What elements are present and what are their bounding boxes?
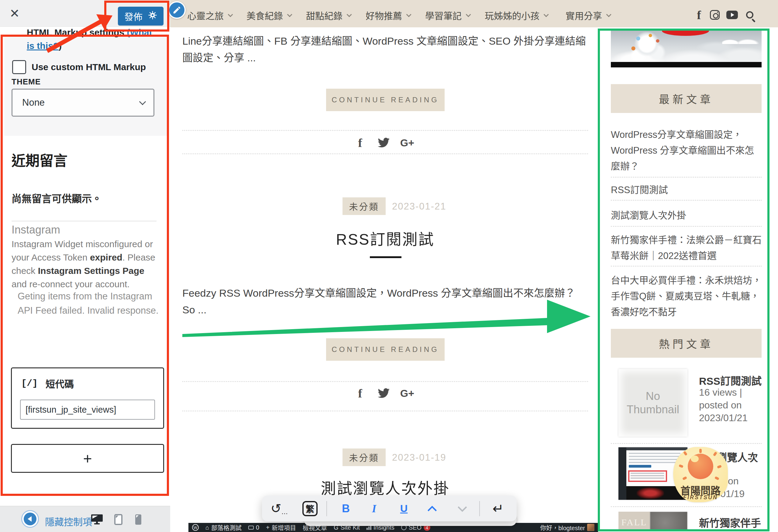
latest-posts-header: 最新文章 (611, 84, 762, 113)
admin-bar-site-link[interactable]: ⌂部落格測試 (206, 523, 242, 532)
undo-circle-icon: ↺ (270, 501, 281, 516)
nav-item-study-notes[interactable]: 學習筆記 (425, 8, 470, 22)
share-googleplus-icon[interactable]: G+ (398, 386, 416, 400)
bold-button[interactable]: B (337, 496, 355, 521)
close-icon[interactable]: ✕ (7, 5, 22, 21)
theme-selected-value: None (22, 97, 45, 108)
ig-err-expired: expired (90, 252, 123, 262)
nav-item-recommendations[interactable]: 好物推薦 (366, 8, 410, 22)
latest-post-link[interactable]: 測試瀏覽人次外掛 (611, 208, 763, 224)
return-button[interactable]: ↵ (487, 496, 509, 521)
share-twitter-icon[interactable] (374, 386, 393, 400)
share-googleplus-icon[interactable]: G+ (398, 136, 416, 150)
divider (611, 200, 762, 201)
facebook-icon[interactable]: f (692, 8, 706, 22)
post1-continue-reading-button[interactable]: CONTINUE READING (326, 89, 445, 111)
share-twitter-icon[interactable] (374, 136, 393, 150)
html-markup-settings-heading: HTML Markup settings (What (27, 27, 152, 38)
admin-bar-new-item[interactable]: +新增項目 (266, 523, 296, 532)
what-is-this-link-text[interactable]: is this? (27, 41, 59, 51)
desktop-icon (91, 514, 103, 525)
autocorrect-undo-button[interactable]: ↺… (269, 496, 290, 521)
banner-black-bar (611, 62, 762, 67)
wp-logo-icon[interactable]: W (192, 524, 199, 531)
theme-select[interactable]: None (11, 89, 154, 116)
post3-category-badge[interactable]: 未分類 (342, 448, 386, 466)
use-custom-html-markup-checkbox[interactable] (12, 60, 26, 74)
mobile-preview-button[interactable] (131, 513, 146, 527)
what-is-this-link-part1[interactable]: (What (127, 27, 152, 37)
latest-post-link[interactable]: 新竹獨家伴手禮：法樂公爵－紅寶石草莓米餅｜2022送禮首選 (611, 232, 763, 264)
post2-category-badge[interactable]: 未分類 (342, 197, 386, 215)
search-icon[interactable] (743, 8, 757, 22)
new-item-label: 新增項目 (272, 523, 296, 532)
latest-post-link[interactable]: 台中大甲必買伴手禮：永禾烘焙坊，手作雪Q餅、夏威夷豆塔、牛軋糖，香濃好吃不黏牙 (611, 273, 763, 320)
latest-post-link[interactable]: WordPress分享文章縮圖設定，WordPress 分享文章縮圖出不來怎麼辦… (611, 127, 763, 174)
admin-bar-comments[interactable]: 0 (248, 524, 259, 531)
avatar (587, 524, 595, 531)
ig-err-3: and re-connect your account. (11, 279, 130, 289)
post3-title[interactable]: 測試瀏覽人次外掛 (182, 476, 588, 498)
search-glyph (746, 11, 753, 18)
gear-icon (148, 11, 157, 22)
what-is-this-link-part2[interactable]: is this?) (27, 41, 62, 51)
collapse-sidebar-button[interactable] (21, 510, 39, 528)
divider (182, 381, 588, 382)
nav-item-soul-journey[interactable]: 心靈之旅 (187, 8, 232, 22)
no-thumbnail-image[interactable]: No Thumbnail (618, 369, 687, 437)
popular-post-title[interactable]: 新竹獨家伴手 (699, 515, 764, 529)
chevron-down-icon (458, 503, 467, 512)
underline-button[interactable]: U (395, 496, 413, 521)
shortcode-widget-label: 短代碼 (46, 376, 74, 390)
divider (611, 177, 762, 178)
traditional-chinese-button[interactable]: 繁 (301, 496, 319, 521)
nav-label: 甜點紀錄 (306, 8, 342, 22)
banner-dragon-illustration (624, 32, 672, 62)
nav-label: 美食紀錄 (246, 8, 283, 22)
share-facebook-icon[interactable]: f (351, 386, 369, 400)
hide-controls-label[interactable]: 隱藏控制項 (45, 514, 92, 528)
fall-cake-image: FALL (618, 512, 650, 529)
tablet-preview-button[interactable] (110, 513, 126, 527)
nav-item-food-notes[interactable]: 美食紀錄 (246, 8, 291, 22)
popular-post-thumbnail[interactable]: FALL (618, 512, 687, 529)
instagram-feed-error-text: Geting items from the Instagram API Feed… (18, 289, 161, 318)
firstsun-logo-sticker: 首陽問路 FIRSTSUN (673, 447, 728, 502)
divider (611, 443, 762, 444)
instagram-icon[interactable] (708, 8, 722, 22)
nav-item-dessert-notes[interactable]: 甜點紀錄 (306, 8, 351, 22)
recent-comments-title: 近期留言 (11, 150, 68, 169)
publish-button[interactable]: 發佈 (118, 7, 163, 25)
move-down-button[interactable] (452, 496, 470, 521)
share-facebook-icon[interactable]: f (351, 136, 369, 150)
latest-post-link[interactable]: RSS訂閱測試 (611, 182, 763, 198)
hanzi-icon: 繁 (302, 501, 318, 516)
popular-post-meta: 16 views | posted on 2023/01/21 (699, 386, 767, 424)
nav-item-kids[interactable]: 玩姊姊的小孩 (485, 8, 547, 22)
shortcode-input[interactable] (20, 400, 155, 420)
text-format-toolbar: ↺… 繁 B I U ↵ (262, 496, 517, 521)
sidebar: 最新文章 WordPress分享文章縮圖設定，WordPress 分享文章縮圖出… (600, 31, 767, 529)
nav-label: 玩姊姊的小孩 (485, 8, 539, 22)
youtube-icon[interactable] (725, 8, 739, 22)
title-underline (370, 256, 401, 258)
post2-title[interactable]: RSS訂閱測試 (182, 227, 588, 249)
italic-button[interactable]: I (365, 496, 383, 521)
collapse-icon (24, 513, 36, 525)
move-up-button[interactable] (423, 496, 441, 521)
edit-pencil-button[interactable] (168, 1, 186, 19)
site-name: 部落格測試 (211, 523, 242, 532)
comment-icon (248, 526, 254, 530)
instagram-glyph (710, 10, 720, 20)
wp-glyph: W (192, 524, 199, 531)
admin-bar-account[interactable]: 你好，blogtester (540, 523, 595, 532)
instagram-settings-page-link[interactable]: Instagram Settings Page (38, 266, 144, 276)
popular-post-title[interactable]: RSS訂閱測試 (699, 373, 763, 388)
sidebar-banner-image[interactable] (611, 31, 762, 62)
add-widget-button[interactable]: + (11, 444, 164, 473)
desktop-preview-button[interactable] (89, 513, 104, 527)
home-icon: ⌂ (206, 524, 209, 531)
nav-item-useful-sharing[interactable]: 實用分享 (565, 8, 610, 22)
comment-count: 0 (256, 524, 259, 531)
post2-continue-reading-button[interactable]: CONTINUE READING (326, 338, 445, 361)
